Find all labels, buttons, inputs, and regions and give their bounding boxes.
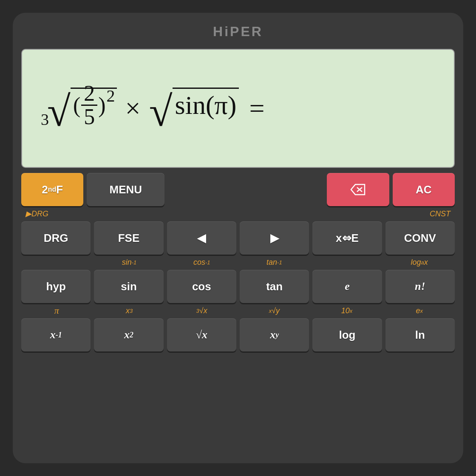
- drg-button[interactable]: DRG: [21, 221, 91, 255]
- empty-l2: [312, 257, 382, 267]
- tan-button[interactable]: tan: [240, 270, 309, 303]
- sin-inv-label: sin-1: [95, 257, 164, 267]
- display-expression: 3 √ ( 2 5 ) 2 × √ sin(π): [39, 89, 270, 128]
- power-row: x-1 x2 √x xy log ln: [21, 318, 455, 351]
- trig-row: hyp sin cos tan e n!: [21, 270, 455, 303]
- x2-button[interactable]: x2: [94, 318, 163, 351]
- 3sqrtx-label: 3√x: [167, 306, 236, 316]
- tan-inv-label: tan-1: [240, 257, 309, 267]
- left-button[interactable]: ◀: [167, 221, 236, 255]
- empty-label3: [325, 209, 386, 219]
- xsqrty-label: x√y: [240, 306, 309, 316]
- cnst-label: CNST: [390, 209, 454, 219]
- log-button[interactable]: log: [312, 318, 382, 351]
- svg-marker-0: [351, 184, 365, 195]
- x3-label: x3: [95, 306, 164, 316]
- row0-labels: ▶DRG CNST: [21, 209, 455, 219]
- menu-button[interactable]: MENU: [87, 173, 164, 206]
- sin-button[interactable]: sin: [94, 270, 163, 303]
- control-row: 2ndF MENU AC: [21, 173, 455, 206]
- sqrtx-button[interactable]: √x: [167, 318, 236, 351]
- ln-button[interactable]: ln: [385, 318, 455, 351]
- row2-labels: π x3 3√x x√y 10x ex: [21, 306, 455, 316]
- conv-button[interactable]: CONV: [385, 221, 455, 255]
- row1-labels: sin-1 cos-1 tan-1 logax: [21, 257, 455, 267]
- ex-label: ex: [385, 306, 454, 316]
- e-button[interactable]: e: [312, 270, 382, 303]
- ac-button[interactable]: AC: [393, 173, 455, 206]
- empty-label2: [170, 209, 322, 219]
- empty-label1: [90, 209, 166, 219]
- nfact-button[interactable]: n!: [385, 270, 455, 303]
- nav-row: DRG FSE ◀ ▶ x⇔E CONV: [21, 221, 455, 255]
- drg-label: ▶DRG: [22, 209, 86, 219]
- backspace-button[interactable]: [327, 173, 389, 206]
- buttons-area: 2ndF MENU AC ▶DRG CNST DRG FSE: [21, 173, 455, 455]
- hyp-button[interactable]: hyp: [21, 270, 91, 303]
- loga-label: logax: [385, 257, 454, 267]
- calculator: HiPER 3 √ ( 2 5 ) 2 ×: [13, 13, 463, 463]
- cos-inv-label: cos-1: [167, 257, 236, 267]
- empty-l1: [22, 257, 91, 267]
- 2ndf-button[interactable]: 2ndF: [21, 173, 83, 206]
- right-button[interactable]: ▶: [240, 221, 309, 255]
- display-screen: 3 √ ( 2 5 ) 2 × √ sin(π): [21, 49, 455, 168]
- xoe-button[interactable]: x⇔E: [312, 221, 382, 255]
- xinv-button[interactable]: x-1: [21, 318, 91, 351]
- xy-button[interactable]: xy: [240, 318, 309, 351]
- pi-label: π: [22, 306, 91, 316]
- 10x-label: 10x: [312, 306, 382, 316]
- fse-button[interactable]: FSE: [94, 221, 163, 255]
- cos-button[interactable]: cos: [167, 270, 236, 303]
- brand-label: HiPER: [21, 21, 455, 44]
